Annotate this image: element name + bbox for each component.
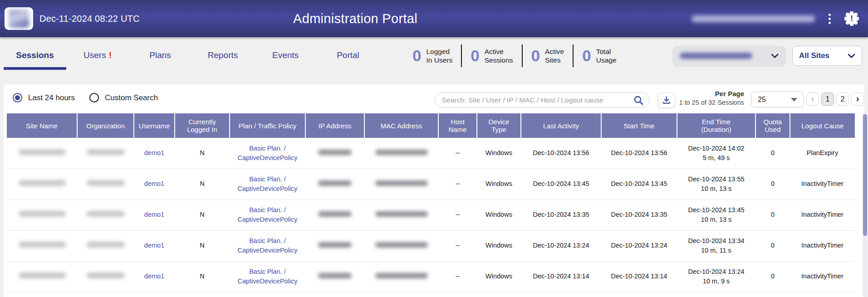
table-row: demo1 N Basic Plan. / CaptiveDevicePolic… (7, 138, 855, 169)
ip-address-redacted (318, 242, 352, 248)
cell-currently-logged-in: N (175, 138, 230, 169)
cell-last-activity: Dec-10-2024 13:56 (521, 138, 601, 169)
end-time: Dec-10-2024 13:34 (679, 236, 754, 246)
alert-badge-icon[interactable]: ! (844, 11, 859, 26)
cell-host-name: -- (438, 200, 477, 230)
cell-last-activity: Dec-10-2024 13:24 (521, 230, 601, 261)
page-2-button[interactable]: 2 (836, 93, 849, 106)
cell-last-activity: Dec-10-2024 13:35 (521, 200, 601, 230)
cell-device-type: Windows (477, 230, 521, 261)
cell-ip-address (305, 261, 364, 292)
cell-plan-traffic-policy[interactable]: Basic Plan. / CaptiveDevicePolicy (230, 230, 305, 261)
radio-last-24-hours[interactable]: Last 24 hours (13, 93, 75, 102)
all-sites-dropdown[interactable]: All Sites (792, 46, 862, 66)
stat-active-sessions-label: Active Sessions (485, 47, 513, 65)
organization-redacted (87, 211, 125, 217)
radio-selected-icon[interactable] (13, 93, 22, 102)
cell-organization (77, 230, 134, 261)
next-page-button[interactable]: › (851, 93, 864, 106)
end-time: Dec-10-2024 14:02 (679, 144, 754, 153)
page-1-button[interactable]: 1 (821, 93, 834, 106)
cell-site-name (7, 261, 77, 292)
table-row: demo1 N Basic Plan. / CaptiveDevicePolic… (7, 200, 855, 230)
tab-portal[interactable]: Portal (317, 37, 379, 78)
organization-dropdown[interactable] (672, 46, 786, 66)
col-ip-address: IP Address (305, 113, 364, 138)
tab-users[interactable]: Users! (66, 37, 129, 78)
cell-mac-address (364, 230, 438, 261)
duration: 10 m, 9 s (679, 277, 754, 286)
page-size-dropdown[interactable]: 25 (751, 92, 804, 107)
duration: 10 m, 11 s (679, 246, 754, 255)
tab-events-label: Events (272, 50, 299, 60)
radio-last-24-hours-label: Last 24 hours (28, 93, 75, 102)
cell-start-time: Dec-10-2024 13:56 (601, 138, 677, 169)
prev-page-button[interactable]: ‹ (806, 93, 819, 106)
cell-ip-address (305, 230, 364, 261)
cell-username[interactable]: demo1 (134, 169, 175, 200)
stat-logged-in-users-label: Logged In Users (426, 47, 452, 65)
tab-plans[interactable]: Plans (129, 37, 191, 78)
kebab-menu-icon[interactable] (826, 12, 834, 26)
stat-total-usage-label: Total Usage (596, 47, 617, 65)
header-right-group: ! (691, 11, 868, 26)
radio-custom-search[interactable]: Custom Search (89, 93, 158, 102)
tab-sessions[interactable]: Sessions (4, 37, 66, 78)
cell-currently-logged-in: N (175, 261, 230, 292)
col-host-name: Host Name (438, 113, 477, 138)
cell-quota-used: 0 (755, 230, 790, 261)
cell-ip-address (305, 169, 364, 200)
end-time: Dec-10-2024 13:24 (679, 267, 754, 277)
radio-custom-search-label: Custom Search (105, 93, 158, 102)
cell-end-time: Dec-10-2024 13:5510 m, 13 s (677, 169, 755, 200)
cell-device-type: Windows (477, 138, 521, 169)
cell-logout-cause: InactivityTimer (790, 200, 855, 230)
site-name-redacted (19, 149, 66, 155)
tab-reports-label: Reports (208, 50, 238, 60)
cell-plan-traffic-policy[interactable]: Basic Plan. / CaptiveDevicePolicy (230, 200, 305, 230)
cell-organization (77, 138, 134, 169)
tab-reports[interactable]: Reports (191, 37, 254, 78)
ip-address-redacted (318, 273, 352, 278)
table-row: demo1 N Basic Plan. / CaptiveDevicePolic… (7, 261, 855, 292)
radio-unselected-icon[interactable] (89, 93, 99, 102)
users-alert-mark: ! (109, 50, 112, 60)
mac-address-redacted (375, 150, 428, 155)
cell-plan-traffic-policy[interactable]: Basic Plan. / CaptiveDevicePolicy (230, 138, 305, 169)
cell-username[interactable]: demo1 (134, 200, 175, 230)
cell-quota-used: 0 (755, 138, 790, 169)
ip-address-redacted (318, 180, 352, 186)
stat-active-sessions-value: 0 (471, 47, 479, 65)
stat-total-usage-value: 0 (582, 47, 591, 65)
cell-ip-address (305, 200, 364, 230)
tab-events[interactable]: Events (254, 37, 317, 78)
cell-username[interactable]: demo1 (134, 261, 175, 292)
cell-plan-traffic-policy[interactable]: Basic Plan. / CaptiveDevicePolicy (230, 261, 305, 292)
col-logout-cause: Logout Cause (790, 113, 855, 138)
duration: 5 m, 49 s (679, 153, 754, 163)
organization-redacted (87, 273, 125, 278)
table-header-row: Site Name Organization Username Currentl… (7, 113, 855, 138)
cell-currently-logged-in: N (175, 200, 230, 230)
cell-start-time: Dec-10-2024 13:35 (601, 200, 677, 230)
ip-address-redacted (318, 211, 352, 217)
mac-address-redacted (375, 180, 428, 186)
stat-total-usage: 0 Total Usage (574, 47, 625, 65)
col-end-time-duration: End Time (Duration) (677, 113, 755, 138)
scrollbar-thumb[interactable] (863, 114, 867, 236)
organization-redacted (87, 180, 125, 186)
all-sites-dropdown-value: All Sites (799, 51, 829, 60)
administration-portal-app: Dec-11-2024 08:22 UTC Administration Por… (0, 0, 868, 297)
search-icon[interactable] (633, 95, 643, 105)
cell-currently-logged-in: N (175, 230, 230, 261)
time-range-radios: Last 24 hours Custom Search (13, 93, 158, 102)
search-input[interactable] (434, 93, 650, 108)
col-site-name: Site Name (7, 113, 77, 138)
download-button[interactable] (658, 93, 675, 108)
app-logo-image-redacted (9, 10, 29, 28)
cell-plan-traffic-policy[interactable]: Basic Plan. / CaptiveDevicePolicy (230, 169, 305, 200)
cell-username[interactable]: demo1 (134, 230, 175, 261)
vertical-scrollbar[interactable] (863, 113, 868, 297)
cell-username[interactable]: demo1 (134, 138, 175, 169)
cell-host-name: -- (438, 230, 477, 261)
